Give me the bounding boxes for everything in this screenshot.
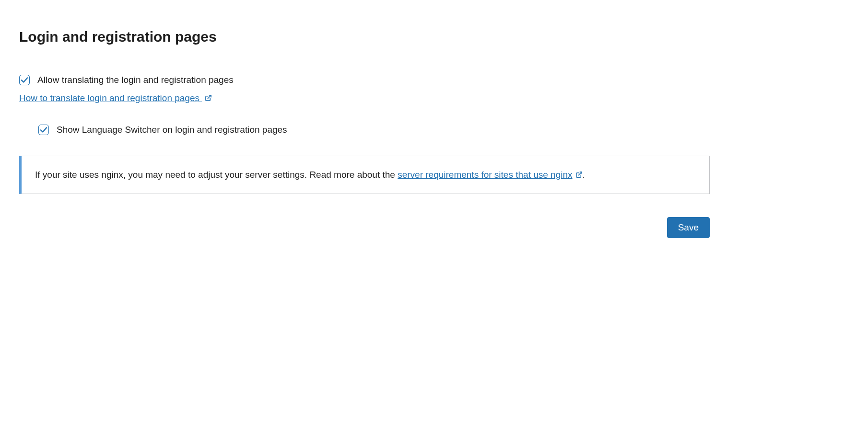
checkbox-allow-translating[interactable]	[19, 75, 30, 85]
label-allow-translating: Allow translating the login and registra…	[37, 74, 234, 87]
check-icon	[20, 76, 29, 84]
label-show-switcher: Show Language Switcher on login and regi…	[57, 124, 287, 137]
nginx-requirements-link[interactable]: server requirements for sites that use n…	[398, 170, 582, 180]
nginx-notice: If your site uses nginx, you may need to…	[19, 156, 710, 195]
help-link-translate-pages[interactable]: How to translate login and registration …	[19, 93, 212, 103]
help-link-row: How to translate login and registration …	[19, 92, 710, 106]
external-link-icon	[575, 169, 583, 183]
svg-line-0	[208, 95, 211, 98]
external-link-icon	[205, 92, 212, 106]
button-row: Save	[19, 217, 710, 238]
help-link-text: How to translate login and registration …	[19, 93, 202, 103]
option-allow-translating-row: Allow translating the login and registra…	[19, 74, 710, 87]
svg-line-1	[578, 172, 582, 175]
section-heading: Login and registration pages	[19, 29, 710, 45]
save-button[interactable]: Save	[667, 217, 710, 238]
check-icon	[39, 126, 48, 134]
notice-text-before: If your site uses nginx, you may need to…	[35, 170, 398, 180]
option-show-switcher-row: Show Language Switcher on login and regi…	[38, 124, 710, 137]
checkbox-show-switcher[interactable]	[38, 125, 49, 135]
notice-text-after: .	[583, 170, 585, 180]
nginx-link-text: server requirements for sites that use n…	[398, 170, 572, 180]
